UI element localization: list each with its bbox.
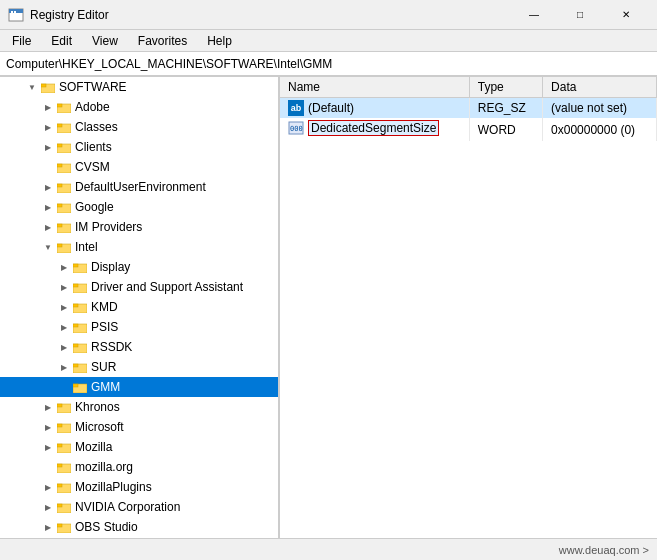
expand-rssdk[interactable] [56,339,72,355]
svg-rect-15 [57,184,62,187]
tree-item-driver-support[interactable]: Driver and Support Assistant [0,277,278,297]
folder-icon-classes [56,119,72,135]
folder-icon-adobe [56,99,72,115]
expand-mozilla-plugins[interactable] [40,479,56,495]
value-name-label-dedicated: DedicatedSegmentSize [308,120,439,136]
folder-icon-kmd [72,299,88,315]
value-data-default: (value not set) [543,98,657,119]
expand-microsoft[interactable] [40,419,56,435]
svg-rect-7 [57,104,62,107]
tree-item-intel[interactable]: Intel [0,237,278,257]
status-text: www.deuaq.com > [559,544,649,556]
svg-rect-21 [57,244,62,247]
tree-item-mozilla-org[interactable]: mozilla.org [0,457,278,477]
svg-rect-17 [57,204,62,207]
tree-item-sur[interactable]: SUR [0,357,278,377]
svg-rect-27 [73,304,78,307]
folder-icon-mozilla-plugins [56,479,72,495]
expand-mozilla[interactable] [40,439,56,455]
tree-item-software[interactable]: SOFTWARE [0,77,278,97]
expand-driver-support[interactable] [56,279,72,295]
maximize-button[interactable]: □ [557,0,603,30]
svg-rect-11 [57,144,62,147]
tree-item-obs-studio[interactable]: OBS Studio [0,517,278,537]
svg-rect-29 [73,324,78,327]
tree-item-khronos[interactable]: Khronos [0,397,278,417]
expand-cvsm [40,159,56,175]
expand-display[interactable] [56,259,72,275]
tree-item-odbc[interactable]: ODBC [0,537,278,538]
minimize-button[interactable]: — [511,0,557,30]
svg-rect-5 [41,84,46,87]
tree-item-psis[interactable]: PSIS [0,317,278,337]
label-adobe: Adobe [75,100,110,114]
expand-im-providers[interactable] [40,219,56,235]
folder-icon-google [56,199,72,215]
expand-defaultuserenvironment[interactable] [40,179,56,195]
window-title: Registry Editor [30,8,109,22]
tree-item-google[interactable]: Google [0,197,278,217]
label-classes: Classes [75,120,118,134]
tree-item-classes[interactable]: Classes [0,117,278,137]
expand-obs-studio[interactable] [40,519,56,535]
label-khronos: Khronos [75,400,120,414]
tree-panel[interactable]: SOFTWARE Adobe Classes Cli [0,77,280,538]
tree-item-microsoft[interactable]: Microsoft [0,417,278,437]
expand-khronos[interactable] [40,399,56,415]
table-row[interactable]: 000 DedicatedSegmentSize WORD 0x00000000… [280,118,657,141]
expand-kmd[interactable] [56,299,72,315]
value-name-dedicated: 000 DedicatedSegmentSize [280,118,469,141]
expand-software[interactable] [24,79,40,95]
svg-rect-2 [11,11,13,13]
svg-rect-33 [73,364,78,367]
expand-sur[interactable] [56,359,72,375]
tree-item-nvidia[interactable]: NVIDIA Corporation [0,497,278,517]
tree-item-cvsm[interactable]: CVSM [0,157,278,177]
expand-nvidia[interactable] [40,499,56,515]
svg-text:000: 000 [290,125,303,133]
value-icon-regsz: ab (Default) [288,100,354,116]
title-bar-left: Registry Editor [8,7,109,23]
tree-item-rssdk[interactable]: RSSDK [0,337,278,357]
svg-rect-37 [57,404,62,407]
expand-intel[interactable] [40,239,56,255]
label-cvsm: CVSM [75,160,110,174]
tree-item-mozilla[interactable]: Mozilla [0,437,278,457]
label-intel: Intel [75,240,98,254]
tree-item-clients[interactable]: Clients [0,137,278,157]
menu-favorites[interactable]: Favorites [130,32,195,50]
tree-item-mozilla-plugins[interactable]: MozillaPlugins [0,477,278,497]
value-data-dedicated: 0x00000000 (0) [543,118,657,141]
folder-icon-driver-support [72,279,88,295]
expand-google[interactable] [40,199,56,215]
label-google: Google [75,200,114,214]
table-row[interactable]: ab (Default) REG_SZ (value not set) [280,98,657,119]
label-microsoft: Microsoft [75,420,124,434]
expand-clients[interactable] [40,139,56,155]
tree-item-im-providers[interactable]: IM Providers [0,217,278,237]
expand-adobe[interactable] [40,99,56,115]
tree-item-display[interactable]: Display [0,257,278,277]
values-panel[interactable]: Name Type Data ab (Default) REG_SZ (valu… [280,77,657,538]
tree-item-defaultuserenvironment[interactable]: DefaultUserEnvironment [0,177,278,197]
folder-icon-obs-studio [56,519,72,535]
tree-item-gmm[interactable]: GMM [0,377,278,397]
close-button[interactable]: ✕ [603,0,649,30]
expand-psis[interactable] [56,319,72,335]
tree-item-adobe[interactable]: Adobe [0,97,278,117]
expand-classes[interactable] [40,119,56,135]
label-software: SOFTWARE [59,80,127,94]
tree-item-kmd[interactable]: KMD [0,297,278,317]
svg-rect-19 [57,224,62,227]
folder-icon-im-providers [56,219,72,235]
expand-mozilla-org [40,459,56,475]
menu-help[interactable]: Help [199,32,240,50]
menu-file[interactable]: File [4,32,39,50]
folder-icon-defaultuserenvironment [56,179,72,195]
menu-edit[interactable]: Edit [43,32,80,50]
menu-view[interactable]: View [84,32,126,50]
folder-icon-sur [72,359,88,375]
folder-icon-psis [72,319,88,335]
value-icon-dword: 000 DedicatedSegmentSize [288,120,439,136]
label-im-providers: IM Providers [75,220,142,234]
